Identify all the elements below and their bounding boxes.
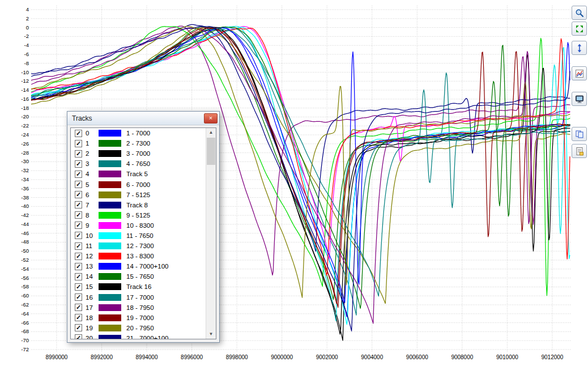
track-index: 10: [86, 232, 99, 239]
track-row[interactable]: ✓1718 - 7950: [71, 303, 206, 313]
track-color-swatch[interactable]: [99, 325, 121, 331]
track-label: 17 - 7000: [126, 294, 154, 301]
zoom-fit-button[interactable]: [572, 22, 587, 36]
track-color-swatch[interactable]: [99, 181, 121, 188]
track-index: 13: [86, 263, 99, 270]
svg-text:-22: -22: [21, 122, 29, 129]
track-color-swatch[interactable]: [99, 304, 121, 311]
track-label: 21 - 7000+100: [126, 335, 169, 339]
track-checkbox[interactable]: ✓: [75, 211, 82, 219]
track-row[interactable]: ✓4Track 5: [71, 169, 206, 179]
track-color-swatch[interactable]: [99, 263, 121, 270]
track-row[interactable]: ✓1617 - 7000: [71, 292, 206, 303]
svg-text:9002000: 9002000: [316, 354, 338, 360]
track-color-swatch[interactable]: [99, 273, 121, 280]
svg-text:-4: -4: [24, 42, 29, 48]
track-color-swatch[interactable]: [99, 130, 121, 137]
chart-properties-button[interactable]: [572, 66, 587, 80]
track-label: 9 - 5125: [126, 212, 150, 219]
track-color-swatch[interactable]: [99, 191, 121, 198]
page-icon: [575, 147, 584, 156]
track-color-swatch[interactable]: [99, 232, 121, 239]
scroll-up-icon[interactable]: ▲: [206, 128, 216, 137]
copy-button[interactable]: [572, 127, 587, 141]
track-row[interactable]: ✓23 - 7000: [71, 148, 206, 159]
track-row[interactable]: ✓1011 - 7650: [71, 231, 206, 241]
track-row[interactable]: ✓34 - 7650: [71, 159, 206, 169]
track-index: 8: [86, 212, 99, 219]
svg-text:9012000: 9012000: [541, 354, 563, 360]
track-checkbox[interactable]: ✓: [75, 150, 82, 158]
track-color-swatch[interactable]: [99, 222, 121, 229]
track-row[interactable]: ✓1920 - 7950: [71, 323, 206, 333]
track-color-swatch[interactable]: [99, 294, 121, 301]
svg-text:4: 4: [26, 6, 29, 12]
track-row[interactable]: ✓1314 - 7000+100: [71, 261, 206, 271]
svg-text:8990000: 8990000: [45, 354, 67, 360]
track-color-swatch[interactable]: [99, 160, 121, 167]
track-checkbox[interactable]: ✓: [75, 181, 82, 188]
track-checkbox[interactable]: ✓: [75, 160, 82, 168]
scroll-down-icon[interactable]: ▼: [206, 330, 216, 339]
fit-arrows-icon: [575, 24, 584, 33]
track-row[interactable]: ✓1112 - 7300: [71, 241, 206, 251]
track-checkbox[interactable]: ✓: [75, 232, 82, 239]
track-color-swatch[interactable]: [99, 140, 121, 147]
display-button[interactable]: [572, 92, 587, 106]
track-row[interactable]: ✓01 - 7000: [71, 128, 206, 138]
svg-text:-10: -10: [21, 69, 29, 75]
track-checkbox[interactable]: ✓: [75, 263, 82, 270]
track-row[interactable]: ✓1415 - 7650: [71, 271, 206, 282]
track-row[interactable]: ✓910 - 8300: [71, 220, 206, 231]
zoom-button[interactable]: [572, 6, 587, 20]
track-checkbox[interactable]: ✓: [75, 253, 82, 260]
track-checkbox[interactable]: ✓: [75, 314, 82, 321]
track-color-swatch[interactable]: [99, 253, 121, 259]
close-icon[interactable]: ×: [204, 113, 218, 124]
svg-text:9006000: 9006000: [406, 354, 428, 360]
track-checkbox[interactable]: ✓: [75, 222, 82, 229]
track-checkbox[interactable]: ✓: [75, 171, 82, 178]
track-color-swatch[interactable]: [99, 202, 121, 208]
track-checkbox[interactable]: ✓: [75, 201, 82, 208]
svg-text:8994000: 8994000: [136, 354, 158, 360]
track-color-swatch[interactable]: [99, 283, 121, 290]
track-color-swatch[interactable]: [99, 242, 121, 249]
track-row[interactable]: ✓12 - 7300: [71, 138, 206, 148]
track-index: 5: [86, 181, 99, 188]
track-row[interactable]: ✓15Track 16: [71, 282, 206, 292]
dialog-titlebar[interactable]: Tracks ×: [67, 112, 219, 125]
track-checkbox[interactable]: ✓: [75, 242, 82, 250]
track-index: 19: [86, 325, 99, 331]
track-checkbox[interactable]: ✓: [75, 304, 82, 311]
track-color-swatch[interactable]: [99, 335, 121, 339]
scroll-thumb[interactable]: [207, 138, 215, 165]
track-color-swatch[interactable]: [99, 150, 121, 157]
track-row[interactable]: ✓1819 - 7000: [71, 313, 206, 323]
track-color-swatch[interactable]: [99, 171, 121, 177]
tracks-dialog: Tracks × ✓01 - 7000✓12 - 7300✓23 - 7000✓…: [67, 111, 220, 343]
fit-vertical-button[interactable]: [572, 41, 587, 55]
track-label: 15 - 7650: [126, 273, 154, 280]
track-checkbox[interactable]: ✓: [75, 293, 82, 301]
track-checkbox[interactable]: ✓: [75, 324, 82, 331]
track-checkbox[interactable]: ✓: [75, 140, 82, 147]
track-row[interactable]: ✓67 - 5125: [71, 190, 206, 200]
track-row[interactable]: ✓1213 - 8300: [71, 251, 206, 261]
track-checkbox[interactable]: ✓: [75, 283, 82, 291]
svg-text:-40: -40: [21, 203, 29, 209]
track-checkbox[interactable]: ✓: [75, 334, 82, 339]
scrollbar[interactable]: ▲ ▼: [206, 128, 216, 339]
track-color-swatch[interactable]: [99, 314, 121, 321]
track-row[interactable]: ✓56 - 7000: [71, 179, 206, 189]
track-row[interactable]: ✓89 - 5125: [71, 210, 206, 220]
track-row[interactable]: ✓7Track 8: [71, 200, 206, 210]
track-checkbox[interactable]: ✓: [75, 130, 82, 137]
track-checkbox[interactable]: ✓: [75, 273, 82, 280]
track-color-swatch[interactable]: [99, 212, 121, 219]
export-button[interactable]: [572, 144, 587, 158]
track-row[interactable]: ✓2021 - 7000+100: [71, 333, 206, 339]
dialog-title: Tracks: [72, 114, 204, 122]
svg-text:-54: -54: [21, 266, 29, 272]
track-checkbox[interactable]: ✓: [75, 191, 82, 198]
